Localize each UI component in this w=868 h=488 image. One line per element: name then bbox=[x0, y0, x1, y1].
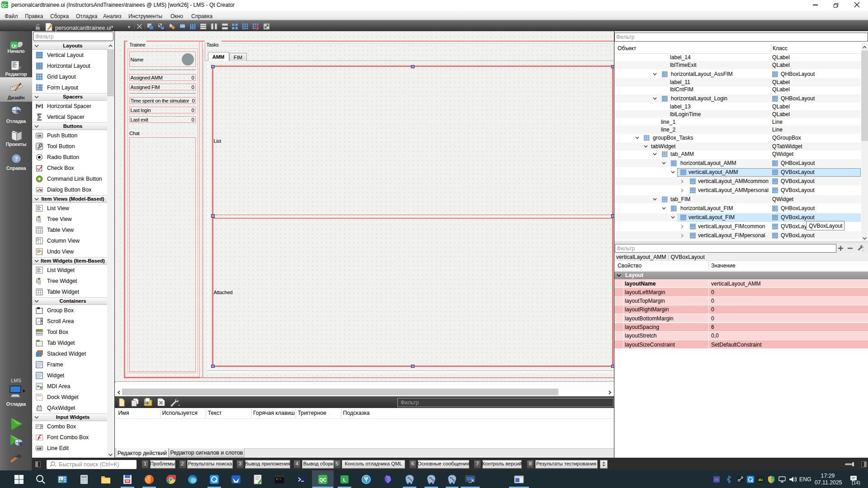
svg-text:OK: OK bbox=[37, 134, 42, 137]
svg-text:L: L bbox=[343, 477, 346, 483]
svg-text:QC: QC bbox=[319, 477, 326, 483]
svg-text:?: ? bbox=[14, 155, 18, 162]
svg-text:123: 123 bbox=[180, 24, 185, 28]
svg-text:Qt: Qt bbox=[11, 43, 17, 48]
svg-text:QC: QC bbox=[2, 3, 8, 8]
svg-text:C:\: C:\ bbox=[276, 478, 281, 481]
svg-text:AB: AB bbox=[37, 447, 41, 450]
